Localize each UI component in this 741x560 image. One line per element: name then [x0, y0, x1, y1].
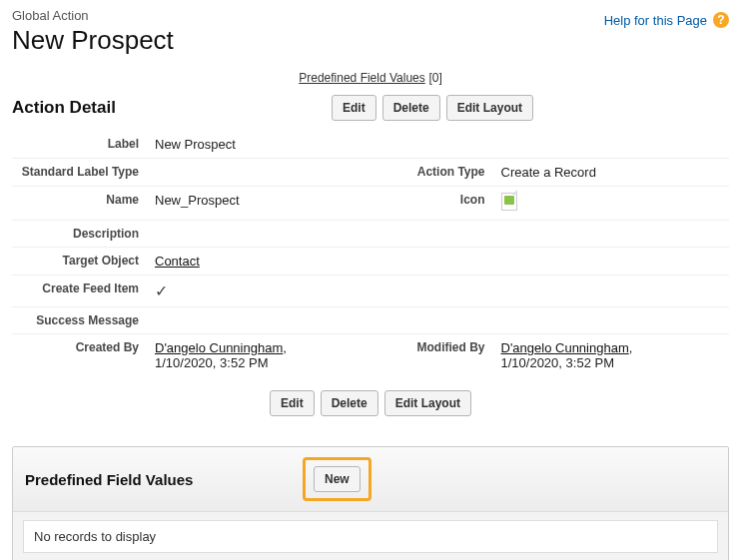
- predefined-values-anchor-link[interactable]: Predefined Field Values: [299, 71, 425, 85]
- action-type-value: Create a Record: [493, 159, 730, 187]
- description-label: Description: [12, 221, 147, 248]
- std-label-type-value: [147, 159, 383, 187]
- predefined-values-section: Predefined Field Values New No records t…: [12, 446, 729, 560]
- edit-layout-button[interactable]: Edit Layout: [446, 95, 533, 121]
- predefined-values-title: Predefined Field Values: [25, 471, 285, 488]
- delete-button-bottom[interactable]: Delete: [321, 390, 378, 416]
- description-value: [147, 221, 383, 248]
- created-by-label: Created By: [12, 334, 147, 377]
- delete-button[interactable]: Delete: [382, 95, 440, 121]
- predefined-values-empty-message: No records to display: [23, 520, 718, 553]
- edit-layout-button-bottom[interactable]: Edit Layout: [384, 390, 471, 416]
- help-link-label: Help for this Page: [604, 13, 707, 28]
- modified-by-label: Modified By: [383, 334, 493, 377]
- super-title: Global Action: [12, 8, 174, 23]
- new-button[interactable]: New: [314, 466, 361, 492]
- target-object-label: Target Object: [12, 248, 147, 276]
- modified-by-date: 1/10/2020, 3:52 PM: [501, 355, 614, 370]
- record-icon: [501, 193, 517, 211]
- created-by-date: 1/10/2020, 3:52 PM: [155, 355, 268, 370]
- edit-button[interactable]: Edit: [332, 95, 376, 121]
- edit-button-bottom[interactable]: Edit: [270, 390, 315, 416]
- help-link[interactable]: Help for this Page ?: [604, 12, 729, 28]
- new-button-highlight: New: [303, 457, 371, 501]
- detail-table: Label New Prospect Standard Label Type A…: [12, 131, 729, 376]
- std-label-type-label: Standard Label Type: [12, 159, 147, 187]
- success-message-label: Success Message: [12, 307, 147, 334]
- label-value: New Prospect: [147, 131, 383, 159]
- help-icon: ?: [713, 12, 729, 28]
- target-object-link[interactable]: Contact: [155, 254, 200, 269]
- modified-by-user-link[interactable]: D'angelo Cunningham: [501, 340, 629, 355]
- name-value: New_Prospect: [147, 187, 383, 221]
- section-title: Action Detail: [12, 98, 312, 118]
- create-feed-item-label: Create Feed Item: [12, 276, 147, 307]
- created-by-user-link[interactable]: D'angelo Cunningham: [155, 340, 283, 355]
- page-title: New Prospect: [12, 25, 174, 56]
- success-message-value: [147, 307, 383, 334]
- label-label: Label: [12, 131, 147, 159]
- icon-label: Icon: [383, 187, 493, 221]
- name-label: Name: [12, 187, 147, 221]
- action-type-label: Action Type: [383, 159, 493, 187]
- predefined-values-count: [0]: [428, 71, 441, 85]
- checkmark-icon: ✓: [155, 282, 168, 299]
